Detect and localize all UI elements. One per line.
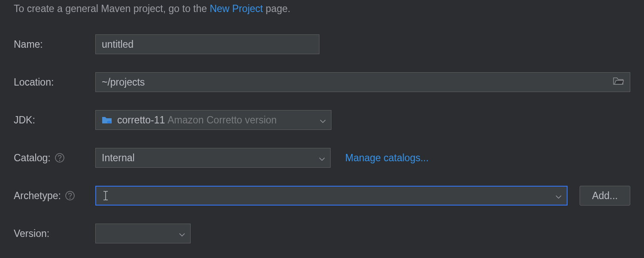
svg-point-4 [70, 198, 70, 199]
text-cursor-icon [102, 190, 109, 201]
chevron-down-icon [320, 114, 326, 126]
chevron-down-icon [556, 190, 562, 202]
manage-catalogs-link[interactable]: Manage catalogs... [345, 152, 428, 164]
location-label: Location: [14, 77, 95, 88]
new-project-link[interactable]: New Project [210, 3, 263, 14]
catalog-label-wrap: Catalog: [14, 152, 95, 164]
svg-point-2 [59, 160, 60, 161]
jdk-label: JDK: [14, 114, 95, 126]
location-field-wrap [95, 72, 630, 92]
helper-suffix: page. [263, 3, 290, 14]
catalog-dropdown[interactable]: Internal [95, 148, 331, 168]
browse-folder-button[interactable] [607, 73, 630, 92]
helper-prefix: To create a general Maven project, go to… [14, 3, 210, 14]
jdk-dropdown[interactable]: corretto-11 Amazon Corretto version [95, 110, 331, 130]
jdk-folder-icon [102, 116, 112, 124]
archetype-row: Archetype: [14, 186, 630, 206]
archetype-input-area [102, 190, 551, 201]
name-input[interactable] [95, 34, 319, 54]
version-dropdown[interactable] [95, 224, 191, 243]
folder-open-icon [613, 76, 624, 88]
name-label: Name: [14, 39, 95, 50]
catalog-value: Internal [102, 152, 315, 164]
svg-point-0 [107, 121, 111, 123]
chevron-down-icon [179, 228, 185, 240]
archetype-label: Archetype: [14, 190, 61, 202]
name-row: Name: [14, 34, 630, 54]
location-row: Location: [14, 72, 630, 92]
location-input[interactable] [96, 73, 607, 92]
jdk-row: JDK: corretto-11 Amazon Corretto version [14, 110, 630, 130]
add-button[interactable]: Add... [580, 186, 630, 206]
archetype-dropdown[interactable] [95, 186, 568, 206]
chevron-down-icon [319, 152, 325, 164]
helper-text: To create a general Maven project, go to… [14, 0, 630, 15]
version-row: Version: [14, 224, 630, 243]
catalog-row: Catalog: Internal Manage catalogs... [14, 148, 630, 168]
version-label: Version: [14, 228, 95, 240]
archetype-label-wrap: Archetype: [14, 190, 95, 202]
jdk-desc: Amazon Corretto version [167, 114, 316, 126]
help-icon[interactable] [65, 191, 75, 200]
help-icon[interactable] [55, 153, 64, 163]
catalog-label: Catalog: [14, 152, 51, 164]
jdk-name: corretto-11 [117, 114, 165, 126]
